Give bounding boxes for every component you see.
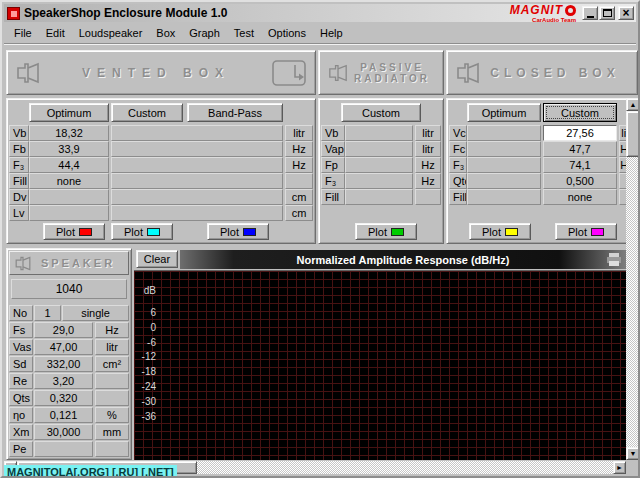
param-row: F₃ 74,1 Hz [447, 157, 637, 173]
menu-help[interactable]: Help [313, 27, 350, 39]
brand-text: MAGNIT [510, 3, 563, 17]
y-axis-label: 0 [136, 323, 156, 333]
passive-plot-button[interactable]: Plot [355, 223, 417, 240]
param-row: Vap litr [319, 141, 443, 157]
scroll-up-button[interactable]: ▲ [626, 98, 640, 111]
param-value: 47,00 [34, 339, 93, 355]
param-row: Fill none [7, 173, 315, 189]
menu-box[interactable]: Box [149, 27, 182, 39]
minimize-button[interactable] [582, 6, 598, 20]
vented-bandpass-button[interactable]: Band-Pass [187, 103, 283, 122]
param-value: 29,0 [34, 322, 93, 338]
empty-cell [111, 141, 283, 157]
speaker-row: Re 3,20 [7, 373, 131, 389]
button-label: Custom [561, 107, 599, 119]
menu-options[interactable]: Options [261, 27, 313, 39]
maximize-icon [603, 9, 612, 17]
closed-custom-button[interactable]: Custom [543, 103, 617, 122]
window-controls: × [581, 6, 634, 20]
speaker-driver-icon [14, 256, 32, 271]
speaker-panel: SPEAKER 1040 No 1 single Fs 29,0 Hz Vas … [6, 248, 132, 460]
arrow-right-icon: ► [616, 464, 623, 471]
closed-plot-button-1[interactable]: Plot [469, 223, 531, 240]
empty-cell [111, 125, 283, 141]
param-unit: % [95, 407, 129, 423]
param-unit: Hz [285, 157, 313, 173]
y-axis-label: -6 [136, 338, 156, 348]
param-unit: Hz [415, 173, 441, 189]
empty-cell [345, 157, 413, 173]
param-value: 74,1 [543, 157, 617, 173]
speaker-driver-icon [455, 62, 481, 84]
status-watermark: MAGNITOLA[.ORG] [.RU] [.NET] [4, 465, 177, 478]
passive-radiator-panel: Custom Vb litr Vap litr Fp Hz F₃ Hz Fill [318, 98, 444, 244]
vented-plot-button-1[interactable]: Plot [43, 223, 105, 240]
param-label: Fill [449, 189, 467, 205]
speaker-row: No 1 single [7, 305, 131, 321]
param-label: Dv [9, 189, 29, 205]
close-button[interactable]: × [618, 6, 634, 20]
plot-color-chip [243, 228, 256, 236]
vented-custom-button[interactable]: Custom [111, 103, 183, 122]
print-icon[interactable] [606, 253, 622, 266]
param-row: Fb 33,9 Hz [7, 141, 315, 157]
menu-edit[interactable]: Edit [39, 27, 72, 39]
vertical-scrollbar[interactable]: ▲ ▼ [626, 98, 640, 460]
close-icon: × [622, 8, 629, 18]
param-value: 1 [34, 305, 61, 321]
param-value: none [543, 189, 617, 205]
empty-cell [467, 157, 541, 173]
closed-box-header: CLOSED BOX [446, 50, 638, 95]
param-label: ηo [9, 407, 33, 423]
param-unit: Hz [95, 322, 129, 338]
vertical-scroll-thumb[interactable] [626, 111, 640, 157]
clear-button[interactable]: Clear [136, 250, 178, 268]
param-label: Sd [9, 356, 33, 372]
button-label: Custom [128, 107, 166, 119]
param-label: Lv [9, 205, 29, 221]
param-unit: litr [285, 125, 313, 141]
vented-plot-button-3[interactable]: Plot [207, 223, 269, 240]
minimize-icon [587, 16, 594, 18]
param-unit: litr [95, 339, 129, 355]
menu-loudspeaker[interactable]: Loudspeaker [72, 27, 150, 39]
passive-custom-button[interactable]: Custom [341, 103, 421, 122]
window-title: SpeakerShop Enclosure Module 1.0 [24, 6, 227, 20]
param-value: 0,121 [34, 407, 93, 423]
empty-cell [111, 205, 283, 221]
menu-graph[interactable]: Graph [182, 27, 227, 39]
param-unit [285, 173, 313, 189]
param-row: Vb 18,32 litr [7, 125, 315, 141]
y-axis-label: -30 [136, 397, 156, 407]
param-label: F₃ [449, 157, 467, 173]
speaker-model-select[interactable]: 1040 [11, 279, 127, 299]
button-label: Optimum [47, 107, 92, 119]
param-row: F₃ Hz [319, 173, 443, 189]
app-icon [7, 7, 20, 20]
param-value: 0,500 [543, 173, 617, 189]
scroll-down-button[interactable]: ▼ [626, 447, 640, 460]
empty-cell [345, 141, 413, 157]
empty-cell [111, 189, 283, 205]
plot-button-label: Plot [568, 226, 587, 238]
param-row: Lv cm [7, 205, 315, 221]
param-unit: cm [285, 205, 313, 221]
param-value: 33,9 [29, 141, 109, 157]
graph-title-bar: Normalized Amplitude Response (dB/Hz) [180, 250, 626, 269]
param-label: Qts [9, 390, 33, 406]
menu-test[interactable]: Test [227, 27, 261, 39]
menu-file[interactable]: File [7, 27, 39, 39]
vented-plot-button-2[interactable]: Plot [111, 223, 173, 240]
param-value [29, 205, 109, 221]
vented-box-panel: Optimum Custom Band-Pass Vb 18,32 litr F… [6, 98, 316, 244]
vc-input[interactable]: 27,56 [543, 125, 617, 141]
passive-title-line2: RADIATOR [349, 73, 435, 84]
plot-button-label: Plot [368, 226, 387, 238]
vented-optimum-button[interactable]: Optimum [29, 103, 109, 122]
closed-optimum-button[interactable]: Optimum [467, 103, 541, 122]
maximize-button[interactable] [599, 6, 615, 20]
scroll-right-button[interactable]: ► [613, 461, 626, 474]
arrow-down-icon: ▼ [630, 450, 637, 457]
closed-plot-button-2[interactable]: Plot [555, 223, 617, 240]
param-label: Fb [9, 141, 29, 157]
